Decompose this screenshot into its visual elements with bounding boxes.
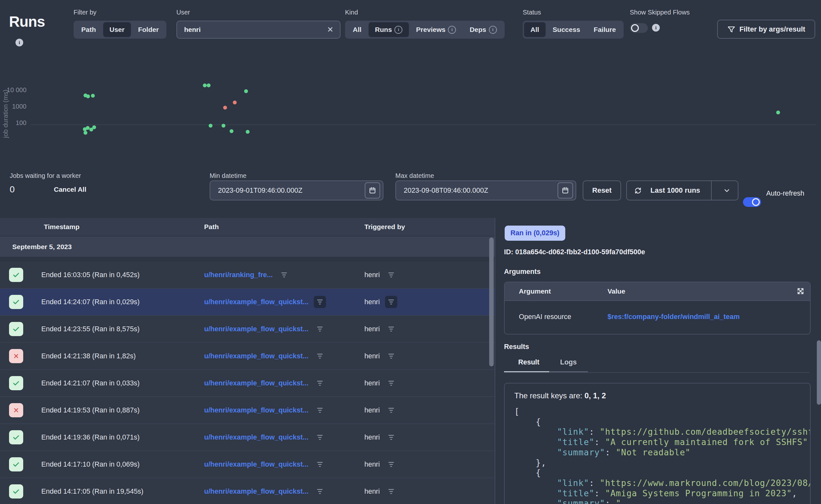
arguments-column-value: Value [608, 282, 625, 300]
path-filter-icon[interactable] [314, 458, 326, 470]
data-point-success[interactable] [86, 126, 90, 130]
user-filter-icon[interactable] [385, 431, 397, 443]
filter-by-option-label: User [110, 26, 125, 34]
table-row[interactable]: Ended 16:03:05 (Ran in 0,452s)u/henri/ra… [0, 262, 495, 289]
status-option-success[interactable]: Success [546, 22, 587, 37]
tab-result[interactable]: Result [518, 358, 540, 366]
run-path-link[interactable]: u/henri/example_flow_quickst... [204, 406, 308, 414]
filter-by-option-user[interactable]: User [103, 22, 131, 37]
path-filter-icon[interactable] [314, 377, 326, 389]
max-datetime-input[interactable]: 2023-09-08T09:46:00.000Z [395, 180, 576, 200]
info-icon[interactable]: i [489, 26, 497, 34]
filter-by-option-path[interactable]: Path [75, 22, 103, 37]
run-path-link[interactable]: u/henri/example_flow_quickst... [204, 488, 308, 496]
data-point-success[interactable] [776, 111, 780, 114]
run-path-link[interactable]: u/henri/example_flow_quickst... [204, 379, 308, 387]
user-filter-icon[interactable] [385, 404, 397, 416]
data-point-success[interactable] [203, 83, 207, 87]
calendar-icon[interactable] [365, 182, 380, 199]
status-option-failure[interactable]: Failure [587, 22, 622, 37]
path-filter-icon[interactable] [314, 323, 326, 335]
table-row[interactable]: Ended 14:24:07 (Ran in 0,029s)u/henri/ex… [0, 289, 495, 316]
user-input[interactable]: henri ✕ [176, 21, 340, 39]
data-point-success[interactable] [207, 83, 210, 87]
data-point-failure[interactable] [233, 101, 237, 104]
data-point-success[interactable] [246, 130, 249, 134]
funnel-icon [727, 25, 736, 34]
triggered-by-cell: henri [364, 451, 397, 478]
path-filter-icon[interactable] [314, 350, 326, 362]
data-point-failure[interactable] [223, 106, 227, 110]
clear-user-icon[interactable]: ✕ [327, 25, 340, 34]
filter-by-option-folder[interactable]: Folder [132, 22, 165, 37]
code-line: "summary": " [514, 499, 811, 504]
status-label: Status [523, 9, 541, 16]
column-header-timestamp[interactable]: Timestamp [44, 218, 80, 236]
column-header-path[interactable]: Path [204, 218, 219, 236]
table-row[interactable]: Ended 14:17:10 (Ran in 0,069s)u/henri/ex… [0, 451, 495, 478]
user-filter-icon[interactable] [385, 323, 397, 335]
info-icon[interactable]: i [448, 26, 456, 34]
user-filter-icon[interactable] [385, 269, 397, 281]
runs-info-icon[interactable]: i [15, 39, 23, 46]
info-icon[interactable]: i [394, 26, 402, 34]
user-filter-icon[interactable] [385, 296, 397, 308]
run-path-link[interactable]: u/henri/ranking_fre... [204, 271, 273, 279]
last-runs-button[interactable]: Last 1000 runs [626, 180, 738, 200]
argument-value-link[interactable]: $res:f/company-folder/windmill_ai_team [608, 300, 740, 333]
run-path-link[interactable]: u/henri/example_flow_quickst... [204, 433, 308, 441]
column-header-triggered-by[interactable]: Triggered by [364, 218, 405, 236]
user-filter-icon[interactable] [385, 377, 397, 389]
data-point-success[interactable] [92, 125, 96, 129]
skipped-info-icon[interactable]: i [652, 24, 660, 32]
auto-refresh-toggle[interactable] [743, 197, 761, 207]
data-point-success[interactable] [86, 94, 90, 98]
run-path-link[interactable]: u/henri/example_flow_quickst... [204, 352, 308, 360]
table-scrollbar-thumb[interactable] [489, 237, 494, 366]
run-path-link[interactable]: u/henri/example_flow_quickst... [204, 460, 308, 469]
table-row[interactable]: Ended 14:19:53 (Ran in 0,887s)u/henri/ex… [0, 397, 495, 424]
triggered-by-user: henri [364, 298, 380, 306]
data-point-success[interactable] [83, 131, 87, 135]
results-heading: Results [504, 343, 529, 351]
expand-icon[interactable] [796, 287, 805, 297]
run-path-link[interactable]: u/henri/example_flow_quickst... [204, 298, 308, 306]
data-point-success[interactable] [244, 89, 248, 93]
table-row[interactable]: Ended 14:21:38 (Ran in 1,82s)u/henri/exa… [0, 343, 495, 370]
table-row[interactable]: Ended 14:17:05 (Ran in 19,545s)u/henri/e… [0, 478, 495, 504]
user-filter-icon[interactable] [385, 458, 397, 470]
user-filter-icon[interactable] [385, 485, 397, 498]
data-point-success[interactable] [221, 124, 225, 128]
tab-logs[interactable]: Logs [560, 358, 577, 366]
run-path-link[interactable]: u/henri/example_flow_quickst... [204, 325, 308, 333]
data-point-success[interactable] [230, 129, 233, 133]
path-cell: u/henri/example_flow_quickst... [204, 370, 326, 396]
triggered-by-user: henri [364, 488, 380, 496]
path-filter-icon[interactable] [278, 269, 290, 281]
reset-button[interactable]: Reset [583, 180, 621, 200]
table-row[interactable]: Ended 14:19:36 (Ran in 0,071s)u/henri/ex… [0, 424, 495, 451]
table-row[interactable]: Ended 14:23:55 (Ran in 8,575s)u/henri/ex… [0, 316, 495, 343]
path-filter-icon[interactable] [314, 485, 326, 498]
data-point-success[interactable] [91, 94, 95, 98]
path-filter-icon[interactable] [314, 431, 326, 443]
path-filter-icon[interactable] [314, 296, 326, 308]
user-filter-icon[interactable] [385, 350, 397, 362]
panel-scrollbar-thumb[interactable] [817, 340, 821, 405]
cancel-all-button[interactable]: Cancel All [54, 186, 86, 193]
chevron-down-icon[interactable] [716, 187, 738, 194]
chart-x-axis [31, 124, 816, 125]
calendar-icon[interactable] [558, 182, 573, 199]
show-skipped-toggle[interactable] [630, 23, 648, 33]
kind-option-deps[interactable]: Depsi [463, 22, 503, 37]
kind-option-runs[interactable]: Runsi [368, 22, 409, 37]
path-filter-icon[interactable] [314, 404, 326, 416]
kind-option-previews[interactable]: Previewsi [409, 22, 463, 37]
filter-args-button[interactable]: Filter by args/result [717, 20, 815, 39]
status-option-all[interactable]: All [524, 22, 546, 37]
data-point-success[interactable] [209, 124, 212, 128]
table-row[interactable]: Ended 14:21:07 (Ran in 0,033s)u/henri/ex… [0, 370, 495, 397]
min-datetime-input[interactable]: 2023-09-01T09:46:00.000Z [210, 180, 383, 200]
tab-baseline [504, 372, 809, 373]
kind-option-all[interactable]: All [346, 22, 368, 37]
